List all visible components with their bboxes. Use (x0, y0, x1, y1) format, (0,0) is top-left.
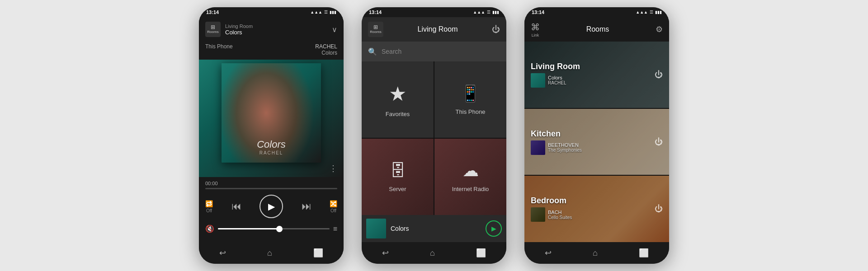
album-art: Colors RACHEL (222, 63, 321, 163)
np-album: Colors (315, 50, 337, 56)
next-btn[interactable]: ⏭ (302, 201, 311, 212)
signal-icon-2: ▲▲▲ (473, 10, 485, 14)
p2-room-title: Living Room (418, 25, 458, 33)
p2-play-btn[interactable]: ▶ (486, 220, 502, 237)
back-btn-3[interactable]: ↩ (545, 248, 552, 258)
volume-slider[interactable] (218, 228, 330, 229)
np-source-label: This Phone (205, 43, 233, 56)
repeat-group: 🔁 Off (205, 200, 213, 213)
room-track-title-lr: Colors (548, 75, 566, 80)
favorites-cell[interactable]: ★ Favorites (362, 61, 434, 138)
shuffle-btn[interactable]: 🔀 (330, 200, 337, 207)
room-power-bedroom[interactable]: ⏻ (655, 204, 663, 214)
room-track-info-lr: Colors RACHEL (548, 75, 566, 85)
bottom-nav-3: ↩ ⌂ ⬜ (524, 242, 669, 264)
np-header: ⊞ Rooms Living Room Colors ∨ (199, 17, 344, 42)
settings-icon[interactable]: ⚙ (656, 24, 663, 34)
status-bar-2: 13:14 ▲▲▲ ☰ ▮▮▮ (362, 7, 506, 17)
windows-btn-1[interactable]: ⬜ (313, 248, 323, 258)
bottom-nav-1: ↩ ⌂ ⬜ (199, 242, 344, 264)
favorites-label: Favorites (386, 111, 410, 117)
windows-btn-3[interactable]: ⬜ (639, 248, 649, 258)
rooms-list: Living Room Colors RACHEL ⏻ (524, 42, 669, 242)
rooms-icon: ⊞ Rooms (207, 24, 218, 34)
status-icons-3: ▲▲▲ ☰ ▮▮▮ (636, 10, 662, 14)
room-track-title-bedroom: BACH (548, 210, 572, 215)
np-room-name: Living Room (225, 23, 327, 29)
signal-icon-1: ▲▲▲ (310, 10, 322, 14)
room-track-row-kitchen: BEETHOVEN The Symphonies (531, 140, 650, 155)
chevron-down-icon[interactable]: ∨ (332, 25, 337, 34)
more-options-btn[interactable]: ⋮ (329, 164, 337, 173)
phone1-content: ⊞ Rooms Living Room Colors ∨ This Phone … (199, 17, 344, 242)
mute-icon[interactable]: 🔇 (205, 224, 214, 233)
play-btn[interactable]: ▶ (259, 195, 283, 218)
server-label: Server (389, 186, 406, 192)
room-thumb-lr (531, 73, 545, 88)
link-btn[interactable]: ⌘ Link (531, 22, 540, 37)
search-icon: 🔍 (368, 47, 377, 56)
p2-play-icon: ▶ (491, 225, 496, 232)
room-power-kitchen[interactable]: ⏻ (655, 137, 663, 147)
album-title: Colors (257, 139, 286, 150)
room-track-artist-kitchen: The Symphonies (548, 148, 582, 153)
windows-btn-2[interactable]: ⬜ (476, 248, 486, 258)
play-icon: ▶ (268, 201, 275, 212)
artwork-bg: Colors RACHEL ⋮ (199, 60, 344, 177)
phone-icon: 📱 (460, 84, 481, 103)
room-content-kitchen: Kitchen BEETHOVEN The Symphonies ⏻ (524, 109, 669, 175)
home-btn-2[interactable]: ⌂ (430, 248, 435, 258)
room-item-living-room[interactable]: Living Room Colors RACHEL ⏻ (524, 42, 669, 108)
room-item-kitchen[interactable]: Kitchen BEETHOVEN The Symphonies ⏻ (524, 109, 669, 175)
room-track-info-kitchen: BEETHOVEN The Symphonies (548, 142, 582, 153)
np-artist-album: RACHEL Colors (315, 43, 337, 56)
album-artist: RACHEL (257, 150, 286, 155)
internet-radio-cell[interactable]: ☁ Internet Radio (434, 139, 506, 215)
internet-radio-label: Internet Radio (452, 186, 489, 192)
back-btn-2[interactable]: ↩ (382, 248, 389, 258)
server-cell[interactable]: 🗄 Server (362, 139, 434, 215)
room-track-artist-bedroom: Cello Suites (548, 215, 572, 220)
np-artwork: Colors RACHEL ⋮ (199, 60, 344, 177)
room-info-bedroom: Bedroom BACH Cello Suites (531, 196, 650, 222)
room-info-kitchen: Kitchen BEETHOVEN The Symphonies (531, 129, 650, 155)
wifi-icon-3: ☰ (650, 10, 653, 14)
np-source-row: This Phone RACHEL Colors (199, 42, 344, 60)
rooms-icon-btn[interactable]: ⊞ Rooms (205, 22, 221, 37)
album-text-overlay: Colors RACHEL (257, 139, 286, 155)
room-track-title-kitchen: BEETHOVEN (548, 142, 582, 148)
p2-search-bar: 🔍 Search (362, 42, 506, 61)
progress-bar[interactable] (205, 188, 337, 189)
room-thumb-bedroom (531, 207, 545, 222)
link-text: Link (532, 33, 539, 37)
room-power-lr[interactable]: ⏻ (655, 70, 663, 79)
server-icon: 🗄 (390, 161, 406, 180)
repeat-btn[interactable]: 🔁 (205, 200, 213, 207)
room-content-bedroom: Bedroom BACH Cello Suites ⏻ (524, 176, 669, 242)
this-phone-label: This Phone (456, 108, 486, 115)
p2-header: ⊞ Rooms Living Room ⏻ (362, 17, 506, 42)
home-btn-1[interactable]: ⌂ (267, 248, 272, 258)
home-btn-3[interactable]: ⌂ (593, 248, 598, 258)
room-track-row-bedroom: BACH Cello Suites (531, 207, 650, 222)
eq-icon[interactable]: ≡ (333, 225, 337, 233)
p2-rooms-icon-btn[interactable]: ⊞ Rooms (368, 22, 383, 37)
room-track-artist-lr: RACHEL (548, 80, 566, 85)
p2-np-thumb (366, 219, 386, 238)
status-icons-2: ▲▲▲ ☰ ▮▮▮ (473, 10, 499, 14)
p2-now-playing-bar[interactable]: Colors ▶ (362, 215, 506, 242)
status-bar-1: 13:14 ▲▲▲ ☰ ▮▮▮ (199, 7, 344, 17)
search-placeholder[interactable]: Search (382, 48, 401, 55)
time-2: 13:14 (369, 9, 382, 15)
wifi-icon-2: ☰ (487, 10, 491, 14)
back-btn-1[interactable]: ↩ (219, 248, 226, 258)
prev-btn[interactable]: ⏮ (231, 201, 241, 212)
p2-power-btn[interactable]: ⏻ (492, 25, 500, 34)
bottom-nav-2: ↩ ⌂ ⬜ (362, 242, 506, 264)
p3-title: Rooms (586, 25, 609, 33)
link-icon: ⌘ (531, 22, 540, 33)
np-track-name: Colors (225, 29, 327, 36)
p3-header: ⌘ Link Rooms ⚙ (524, 17, 669, 42)
this-phone-cell[interactable]: 📱 This Phone (434, 61, 506, 138)
room-item-bedroom[interactable]: Bedroom BACH Cello Suites ⏻ (524, 176, 669, 242)
